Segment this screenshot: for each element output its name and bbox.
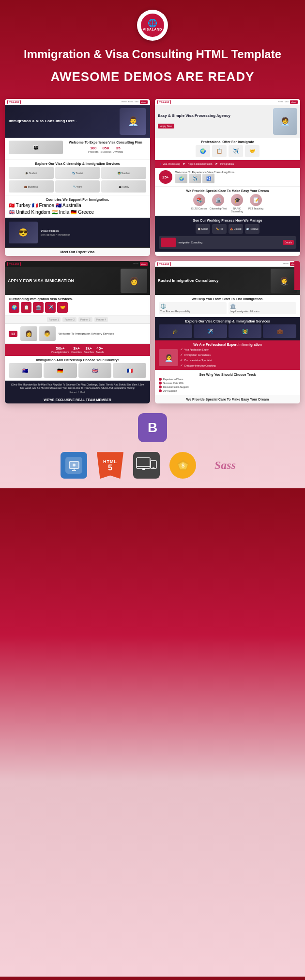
sketch-svg: S: [176, 458, 190, 473]
spec-ielts-icon: 📚: [193, 194, 205, 206]
demo-card-3[interactable]: VISALAND Home Apply APPLY FOR VISA IMMIG…: [5, 261, 150, 403]
demo4-prof-img: 👩‍💼: [159, 349, 178, 366]
svg-rect-8: [152, 467, 154, 468]
demo1-nav-links: Home About Visa Apply: [122, 100, 148, 104]
demo4-hero: VISALAND Home Apply Rusted Immigration C…: [155, 261, 300, 295]
choose-3: Documentation Support: [159, 386, 296, 388]
choose-1: Experienced Team: [159, 378, 296, 381]
demo4-hero-img: 🤵: [271, 269, 297, 293]
dark-img-2: ✈️: [194, 324, 227, 338]
demo1-img-row: 👨‍👩‍👧 Welcome To Experience Visa Consult…: [9, 141, 146, 154]
prof-item-3-text: Documentation Specialist: [184, 359, 212, 362]
offer-icon-1: 🌍: [196, 145, 210, 157]
demo3-outstanding-icons: 🌍 📋 🏛️ ✈️ 🤝: [9, 302, 146, 313]
dark-img-4: 💼: [263, 324, 296, 338]
demo1-hero-content: Immigration & Visa Consulting Here . 👨‍💼: [5, 105, 150, 138]
demo4-dark-title: Explore Our Visa Citizenship & Immigrati…: [159, 320, 296, 323]
demo2-hero-btn[interactable]: Apply Now: [158, 124, 174, 129]
demo1-visa-grid: 🎓 Student ✈️ Tourist 👨‍🏫 Teacher 💼 Busin…: [9, 167, 146, 193]
flag-india: 🇮🇳 India: [52, 209, 69, 215]
awesome-demos-title: AWESOME DEMOS ARE READY: [51, 69, 255, 84]
demo1-stat-1-lbl: Projects: [88, 150, 99, 153]
demo3-stat-4-val: 45+: [96, 346, 104, 351]
demo1-visa-teacher: 👨‍🏫 Teacher: [101, 167, 146, 179]
spec-ielts: 📚 IELTS Courses: [191, 194, 208, 213]
demo1-visa-business: 💼 Business: [9, 180, 54, 193]
tech-section: B HTML 5: [0, 403, 305, 488]
out-icon-3: 🏛️: [33, 302, 44, 313]
demo3-stat-3-val: 3k+: [84, 346, 94, 351]
demo3-stat-1: 50k+ Visa Applications: [51, 346, 70, 353]
nav-home: Home: [122, 100, 127, 104]
demo4-nav: VISALAND Home Apply: [155, 261, 300, 267]
demo3-nav-home: Home: [133, 262, 138, 266]
demo3-stat-3: 3k+ Branches: [84, 346, 94, 353]
offer-icon-3: ✈️: [229, 145, 243, 157]
demo4-prof-items: ✓ Visa Application Expert ✓ Immigration …: [180, 348, 296, 368]
demo-card-1[interactable]: VISALAND Home About Visa Apply Immigrati…: [5, 99, 150, 256]
bootstrap-label: B: [148, 420, 157, 435]
demo1-dark: 😎 Visa Process Self Approval > Immigrati…: [5, 218, 150, 248]
demo2-hero-left: Easy & Simple Visa Processing Agency App…: [158, 113, 270, 129]
demo4-help-items: ⚖️ Your Process Responsibility 🏛️ Legal …: [159, 302, 296, 314]
demo2-hero-title: Easy & Simple Visa Processing Agency: [158, 113, 270, 118]
demo4-choose-title: See Why You Should Choose Treck: [159, 373, 296, 376]
flag-uk: 🇬🇧 United Kingdom: [9, 209, 50, 215]
demo1-hero-image: 👨‍💼: [120, 108, 146, 135]
demo3-quote: Climb The Mountain Not To Plant Your Fla…: [5, 381, 150, 396]
demo1-team: Meet Our Expert Visa: [5, 248, 150, 256]
demo2-nav-btn[interactable]: Apply: [290, 100, 298, 104]
demo3-hero-content: APPLY FOR VISA IMMIGRATION 👩: [5, 267, 150, 295]
demo2-hero: VISALAND Home Visa Apply Easy & Simple V…: [155, 99, 300, 138]
demo-card-2[interactable]: VISALAND Home Visa Apply Easy & Simple V…: [155, 99, 300, 256]
demo1-stat-2-val: 85K: [101, 146, 112, 150]
demo3-team: WE'VE EXCLUSIVE REAL TEAM MEMBER: [5, 396, 150, 403]
demo2-footer-btn[interactable]: Details: [283, 240, 294, 245]
help-icon-2: 🏛️: [230, 304, 295, 309]
demo1-nav: VISALAND Home About Visa Apply: [5, 99, 150, 105]
demo1-visa-services: Explore Our Visa Citizenship & Immigrati…: [5, 160, 150, 195]
demo1-welcome: 👨‍👩‍👧 Welcome To Experience Visa Consult…: [5, 138, 150, 160]
strip-visa: 🔹 Visa Processing: [159, 162, 180, 165]
demo2-welcome: 25+ Welcome To Experience Visa Consultin…: [155, 168, 300, 187]
demo1-countries-title: Countries We Support For Immigration.: [9, 198, 146, 201]
demo3-stats: 50k+ Visa Applications 3k+ Countries 3k+…: [5, 344, 150, 356]
cit-ger: 🇩🇪: [44, 363, 77, 378]
demo3-nav-links: Home Apply: [133, 262, 148, 266]
demo3-stat-4: 45+ Awards: [96, 346, 104, 353]
demo4-red-accent: [294, 261, 300, 290]
demo4-dream-title: We Provide Special Care To Make Easy You…: [159, 398, 296, 401]
out-icon-2: 📋: [21, 302, 31, 313]
cit-eng: 🇬🇧: [78, 363, 112, 378]
demo3-nav-btn[interactable]: Apply: [140, 262, 148, 266]
demo3-stat-3-lbl: Branches: [84, 351, 94, 353]
demo3-stat-2: 3k+ Countries: [71, 346, 81, 353]
check-1: ✓: [180, 348, 183, 352]
prof-item-3: ✓ Documentation Specialist: [180, 358, 296, 362]
svg-point-3: [73, 464, 76, 466]
strip-arrow2: ➤: [215, 162, 218, 166]
html5-num: 5: [108, 464, 112, 472]
demo3-stat-4-lbl: Awards: [96, 351, 104, 353]
logo2: Partner 2: [62, 317, 76, 322]
spec-ielts-label: IELTS Courses: [191, 207, 208, 210]
demo3-stat-1-val: 50k+: [51, 346, 70, 351]
demo4-nav-home: Home: [283, 262, 289, 266]
demo3-citizenship: Immigration And Citizenship Choose Your …: [5, 356, 150, 381]
header: 🌐 VISALAND Immigration & Visa Consulting…: [0, 0, 305, 99]
demo-card-4[interactable]: VISALAND Home Apply Rusted Immigration C…: [155, 261, 300, 403]
logo-circle: 🌐 VISALAND: [137, 10, 168, 41]
demo4-dream: We Provide Special Care To Make Easy You…: [155, 395, 300, 403]
demo2-offer-icons: 🌍 📋 ✈️ 🤝: [159, 145, 296, 157]
strip-arrow1: ➤: [183, 162, 185, 166]
demo4-hero-content: Rusted Immigration Consultancy 🤵: [155, 267, 300, 295]
demo2-nav-visa: Visa: [285, 100, 289, 104]
dark-img-1: 🎓: [159, 324, 192, 338]
nav-btn[interactable]: Apply: [140, 100, 148, 104]
choose-2: Success Rate 99%: [159, 382, 296, 385]
html5-icon: HTML 5: [97, 452, 123, 479]
logo-text: VISALAND: [143, 28, 162, 32]
demo2-logo: VISALAND: [157, 100, 171, 104]
demo3-years-badge: 13: [9, 331, 17, 337]
process-step1: 📋 Select: [196, 224, 210, 234]
